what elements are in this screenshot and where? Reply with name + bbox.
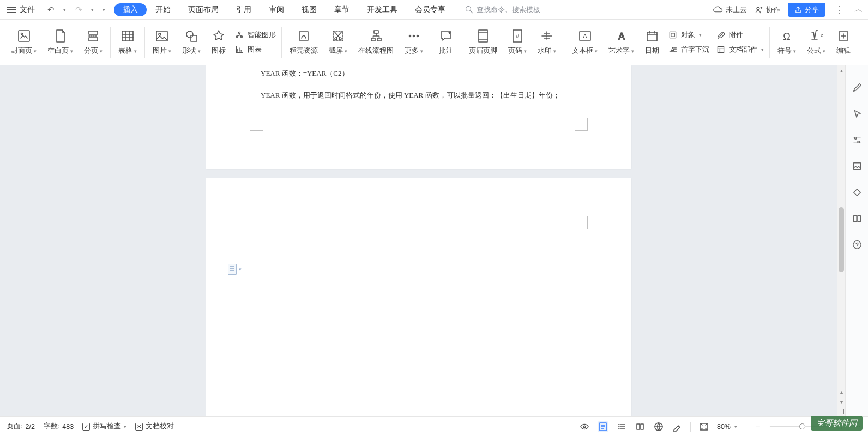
svg-text:A: A [618, 31, 624, 42]
command-search[interactable]: 查找命令、搜索模板 [465, 5, 540, 15]
textbox-button[interactable]: A文本框 [566, 21, 603, 64]
page-indicator[interactable]: 页面: 2/2 [7, 422, 35, 431]
chart-button[interactable]: 图表 [234, 45, 276, 55]
icons-icon [212, 29, 226, 43]
page-view-icon[interactable] [598, 421, 608, 432]
tab-section[interactable]: 章节 [326, 0, 358, 20]
icons-button[interactable]: 图标 [206, 21, 231, 64]
qat-dropdown-icon[interactable]: ▾ [98, 7, 110, 13]
word-count[interactable]: 字数: 483 [44, 422, 74, 431]
ribbon-tabs: 插入 开始 页面布局 引用 审阅 视图 章节 开发工具 会员专享 [114, 0, 454, 20]
draw-mode-icon[interactable] [672, 421, 683, 432]
margin-mark [575, 216, 588, 229]
smart-chart-stack: 智能图形 图表 [231, 31, 279, 55]
spell-check-toggle[interactable]: ✓拼写检查▾ [82, 422, 126, 431]
undo-button[interactable]: ↶ [43, 5, 59, 15]
book-icon[interactable] [851, 213, 863, 225]
more-menu-icon[interactable]: ⋮ [833, 4, 845, 16]
fit-page-icon[interactable] [698, 421, 709, 432]
equation-button[interactable]: x公式 [801, 21, 831, 64]
page-break-button[interactable]: 分页 [79, 21, 108, 64]
scroll-up-icon[interactable]: ▴ [837, 65, 845, 75]
tab-insert[interactable]: 插入 [114, 3, 147, 16]
svg-rect-8 [191, 35, 197, 41]
comment-button[interactable]: 批注 [433, 21, 459, 64]
separator [461, 27, 461, 58]
tab-developer[interactable]: 开发工具 [358, 0, 406, 20]
help-icon[interactable] [851, 239, 863, 251]
reading-view-icon[interactable] [635, 421, 646, 432]
blank-page-button[interactable]: 空白页 [42, 21, 79, 64]
grip-icon[interactable] [853, 68, 861, 69]
svg-rect-27 [647, 32, 657, 41]
redo-button[interactable]: ↷ [70, 5, 87, 15]
collab-icon [755, 5, 763, 14]
scroll-thumb[interactable] [839, 207, 844, 272]
eye-icon[interactable] [579, 421, 590, 432]
headerfooter-icon [476, 29, 490, 43]
shapes-button[interactable]: 形状 [177, 21, 206, 64]
zoom-level[interactable]: 80%▾ [717, 423, 737, 431]
search-icon [465, 5, 473, 14]
share-button[interactable]: 分享 [788, 3, 825, 17]
date-button[interactable]: 日期 [640, 21, 665, 64]
comment-icon [439, 29, 453, 43]
scroll-end-icon[interactable] [837, 407, 845, 416]
status-bar: 页面: 2/2 字数: 483 ✓拼写检查▾ ✕文档校对 80%▾ − + ⋯ [0, 416, 868, 436]
redo-dropdown-icon[interactable]: ▾ [87, 7, 98, 13]
image-tool-icon[interactable] [851, 160, 863, 172]
zoom-in-button[interactable]: + [837, 422, 846, 431]
tab-pagelayout[interactable]: 页面布局 [179, 0, 227, 20]
tab-references[interactable]: 引用 [227, 0, 260, 20]
picture-button[interactable]: 图片 [147, 21, 177, 64]
dropcap-button[interactable]: A首字下沉 [668, 45, 709, 55]
cover-page-button[interactable]: 封面页 [5, 21, 42, 64]
table-button[interactable]: 表格 [113, 21, 142, 64]
tab-view[interactable]: 视图 [293, 0, 326, 20]
symbol-button[interactable]: Ω符号 [772, 21, 801, 64]
outline-view-icon[interactable] [616, 421, 627, 432]
attachment-button[interactable]: 附件 [716, 31, 764, 40]
collab-button[interactable]: 协作 [755, 5, 780, 15]
tab-member[interactable]: 会员专享 [406, 0, 454, 20]
scroll-arrow-down-icon[interactable]: ▾ [837, 397, 845, 407]
web-view-icon[interactable] [653, 421, 664, 432]
header-footer-button[interactable]: 页眉页脚 [463, 21, 503, 64]
scroll-arrow-up-icon[interactable]: ▴ [837, 387, 845, 397]
wordart-button[interactable]: A艺术字 [603, 21, 640, 64]
pagenum-icon: # [510, 29, 525, 43]
tab-home[interactable]: 开始 [147, 0, 179, 20]
docpart-button[interactable]: 文档部件 [716, 45, 764, 55]
svg-point-0 [466, 7, 471, 11]
smart-graphic-button[interactable]: 智能图形 [234, 31, 276, 40]
proofread-button[interactable]: ✕文档校对 [135, 422, 174, 431]
edit-icon [836, 29, 851, 43]
page-number-button[interactable]: #页码 [503, 21, 532, 64]
diamond-icon[interactable] [851, 186, 863, 198]
docpart-icon [716, 45, 726, 54]
flowchart-button[interactable]: 在线流程图 [353, 21, 399, 64]
cursor-icon[interactable] [851, 108, 863, 120]
status-more-icon[interactable]: ⋯ [854, 422, 861, 431]
hamburger-icon[interactable] [7, 7, 16, 13]
sliders-icon[interactable] [851, 134, 863, 146]
cloud-status[interactable]: 未上云 [713, 5, 747, 15]
zoom-slider[interactable] [770, 426, 830, 427]
watermark-button[interactable]: 水印 [532, 21, 562, 64]
tab-review[interactable]: 审阅 [260, 0, 293, 20]
pencil-icon[interactable] [851, 82, 863, 94]
svg-point-3 [21, 33, 22, 35]
docer-button[interactable]: 稻壳资源 [284, 21, 323, 64]
edit-button[interactable]: 编辑 [831, 21, 856, 64]
document-area[interactable]: YEAR 函数：=YEAR（C2） YEAR 函数，用于返回时间格式的年份，使用… [0, 65, 837, 416]
screenshot-button[interactable]: 截屏 [323, 21, 353, 64]
cursor-widget[interactable]: ▾ [228, 264, 242, 275]
collapse-ribbon-icon[interactable]: ︿ [853, 4, 865, 15]
more-insert-button[interactable]: 更多 [399, 21, 429, 64]
file-menu[interactable]: 文件 [20, 5, 35, 15]
zoom-out-button[interactable]: − [754, 422, 762, 431]
undo-dropdown-icon[interactable]: ▾ [59, 7, 70, 13]
vertical-scrollbar[interactable]: ▴ ▴ ▾ [837, 65, 845, 416]
object-button[interactable]: 对象 [668, 31, 709, 40]
zoom-knob[interactable] [799, 423, 805, 429]
